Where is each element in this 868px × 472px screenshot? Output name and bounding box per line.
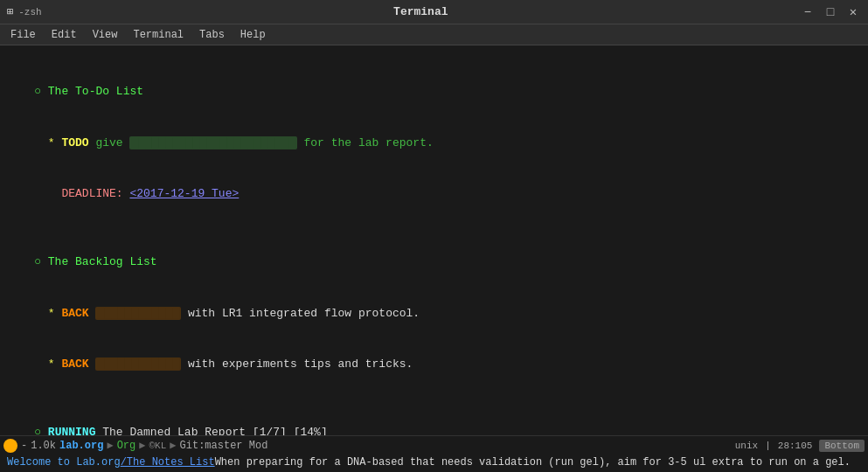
status-arrow3: ▶	[170, 439, 176, 452]
blank-line-1	[7, 49, 861, 66]
title-bar-left: ⊞ -zsh	[7, 5, 42, 18]
menu-tabs[interactable]: Tabs	[192, 27, 232, 43]
blank-line-3	[7, 390, 861, 407]
status-size: 1.0k	[31, 440, 56, 452]
menu-edit[interactable]: Edit	[45, 27, 84, 43]
app-name: -zsh	[18, 7, 41, 17]
menu-help[interactable]: Help	[233, 27, 273, 43]
menu-terminal[interactable]: Terminal	[126, 27, 191, 43]
status-arrow: ▶	[107, 439, 113, 452]
status-keys: ©KL	[149, 441, 167, 451]
status-os: unix	[735, 441, 758, 451]
mini-path-link[interactable]: /The Notes List	[121, 456, 215, 469]
status-sep1: |	[765, 441, 771, 451]
close-button[interactable]: ✕	[845, 4, 861, 20]
maximize-button[interactable]: □	[823, 4, 838, 20]
status-bar: - 1.0k lab.org ▶ Org ▶ ©KL ▶ Git:master …	[0, 435, 868, 455]
back-item-2: * BACK ████████████ with experiments tip…	[7, 339, 861, 391]
status-scroll: Bottom	[819, 440, 865, 452]
status-arrow2: ▶	[139, 439, 145, 452]
menu-view[interactable]: View	[86, 27, 125, 43]
minimize-button[interactable]: −	[800, 4, 816, 20]
status-right: unix | 28:105 Bottom	[735, 440, 865, 452]
window-title: Terminal	[393, 5, 448, 18]
mini-welcome: Welcome to Lab.org	[7, 456, 121, 469]
terminal-content: ○ The To-Do List * TODO give ███████████…	[0, 45, 868, 435]
status-position: 28:105	[778, 441, 813, 451]
status-filename: lab.org	[59, 440, 103, 452]
menu-bar: File Edit View Terminal Tabs Help	[0, 24, 868, 45]
app-icon: ⊞	[7, 5, 13, 18]
backlog-heading: ○ The Backlog List	[7, 237, 861, 288]
status-git: Git:master Mod	[180, 440, 268, 452]
running-heading: ○ RUNNING The Damned Lab Report [1/7] [1…	[7, 407, 861, 436]
status-dash: -	[21, 440, 27, 452]
status-mode: Org	[117, 440, 136, 452]
window-controls: − □ ✕	[800, 4, 861, 20]
mini-message: When preparing for a DNA-based that need…	[215, 456, 851, 469]
todo-heading: ○ The To-Do List	[7, 66, 861, 118]
todo-item: * TODO give ████████████████████████ for…	[7, 117, 861, 169]
deadline-line: DEADLINE: <2017-12-19 Tue>	[7, 169, 861, 220]
back-item-1: * BACK ████████████ with LR1 integrated …	[7, 288, 861, 339]
status-circle	[3, 439, 17, 453]
menu-file[interactable]: File	[3, 27, 43, 43]
blank-line-2	[7, 219, 861, 237]
mini-buffer: Welcome to Lab.org/The Notes ListWhen pr…	[0, 455, 868, 472]
title-bar: ⊞ -zsh Terminal − □ ✕	[0, 0, 868, 24]
